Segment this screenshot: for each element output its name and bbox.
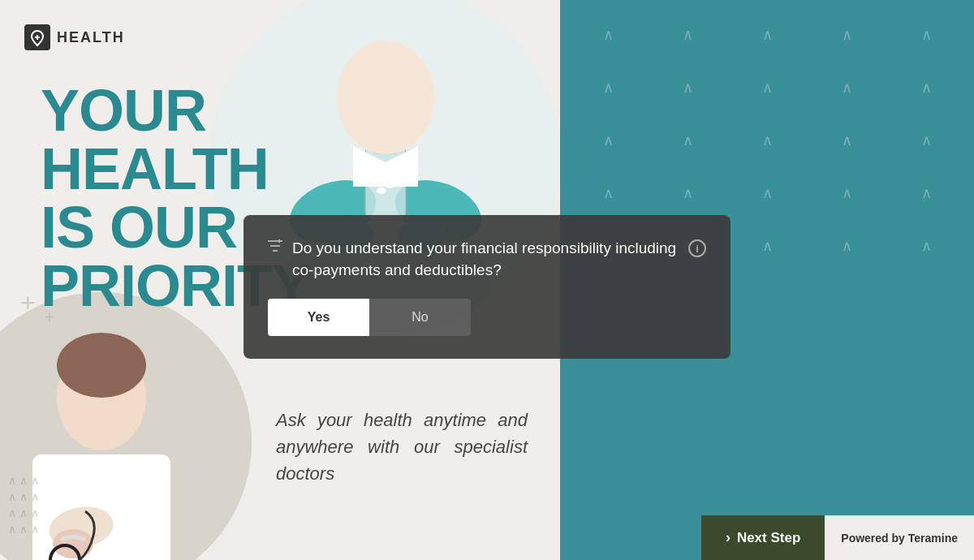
- powered-by-prefix: Powered by: [841, 532, 905, 545]
- bottom-bar: › Next Step Powered by Teramine: [0, 515, 974, 560]
- powered-by: Powered by Teramine: [825, 515, 974, 560]
- arrow-icon: ›: [726, 529, 730, 546]
- dialog-header-left: Do you understand your financial respons…: [268, 238, 688, 281]
- svg-point-13: [377, 187, 386, 194]
- svg-point-15: [337, 41, 434, 154]
- logo-icon: [24, 24, 50, 50]
- plus-decoration-1: +: [20, 288, 36, 318]
- next-step-button[interactable]: › Next Step: [701, 515, 825, 560]
- no-button[interactable]: No: [369, 299, 471, 336]
- info-icon[interactable]: i: [688, 239, 706, 261]
- dialog-box: Do you understand your financial respons…: [244, 215, 730, 359]
- dialog-question: Do you understand your financial respons…: [292, 238, 688, 281]
- dialog-buttons: Yes No: [268, 299, 471, 336]
- next-step-label: Next Step: [737, 530, 800, 546]
- logo-text: HEALTH: [57, 29, 125, 46]
- bottom-caption: Ask your health anytime and anywhere wit…: [276, 407, 528, 487]
- logo-area: HEALTH: [24, 24, 125, 50]
- dialog-header: Do you understand your financial respons…: [268, 238, 706, 281]
- powered-by-brand: Teramine: [908, 532, 958, 545]
- filter-icon: [268, 239, 282, 256]
- svg-point-22: [57, 333, 146, 398]
- svg-text:i: i: [696, 243, 699, 255]
- yes-button[interactable]: Yes: [268, 299, 369, 336]
